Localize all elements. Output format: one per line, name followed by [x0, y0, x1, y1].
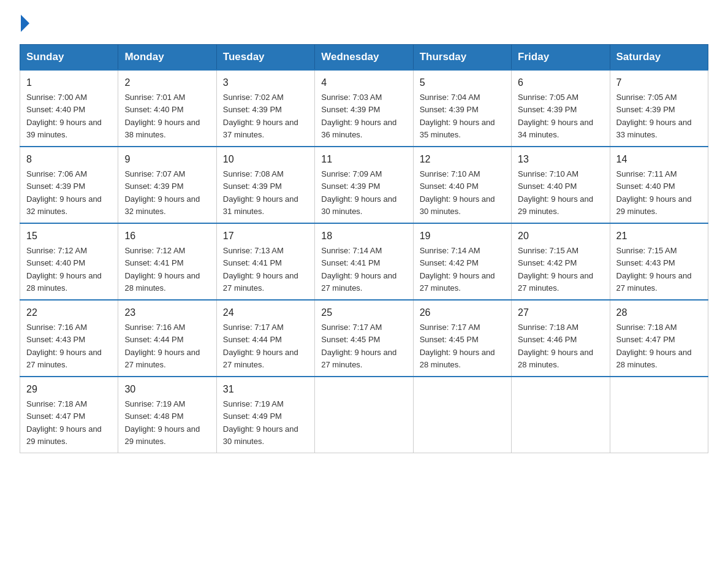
day-number: 29 — [26, 382, 112, 397]
day-info: Sunrise: 7:17 AMSunset: 4:45 PMDaylight:… — [321, 323, 396, 369]
day-info: Sunrise: 7:03 AMSunset: 4:39 PMDaylight:… — [321, 93, 396, 139]
calendar-cell: 16Sunrise: 7:12 AMSunset: 4:41 PMDayligh… — [118, 223, 216, 300]
calendar-week-2: 8Sunrise: 7:06 AMSunset: 4:39 PMDaylight… — [20, 147, 708, 223]
calendar-cell: 1Sunrise: 7:00 AMSunset: 4:40 PMDaylight… — [20, 70, 118, 147]
calendar-cell: 19Sunrise: 7:14 AMSunset: 4:42 PMDayligh… — [413, 223, 511, 300]
day-number: 6 — [518, 75, 603, 90]
calendar-cell: 3Sunrise: 7:02 AMSunset: 4:39 PMDaylight… — [216, 70, 314, 147]
day-number: 12 — [420, 152, 505, 167]
calendar-week-4: 22Sunrise: 7:16 AMSunset: 4:43 PMDayligh… — [20, 300, 708, 377]
day-info: Sunrise: 7:10 AMSunset: 4:40 PMDaylight:… — [420, 169, 495, 216]
weekday-header-thursday: Thursday — [413, 45, 511, 71]
day-number: 15 — [26, 229, 112, 243]
day-info: Sunrise: 7:17 AMSunset: 4:44 PMDaylight:… — [223, 323, 298, 369]
calendar-cell: 7Sunrise: 7:05 AMSunset: 4:39 PMDaylight… — [610, 70, 708, 147]
calendar-week-3: 15Sunrise: 7:12 AMSunset: 4:40 PMDayligh… — [20, 223, 708, 300]
day-number: 19 — [420, 229, 505, 243]
calendar-cell — [512, 377, 610, 453]
day-info: Sunrise: 7:00 AMSunset: 4:40 PMDaylight:… — [26, 93, 102, 139]
calendar-cell: 10Sunrise: 7:08 AMSunset: 4:39 PMDayligh… — [216, 147, 314, 223]
day-number: 30 — [124, 382, 210, 397]
calendar-week-1: 1Sunrise: 7:00 AMSunset: 4:40 PMDaylight… — [20, 70, 708, 147]
day-info: Sunrise: 7:14 AMSunset: 4:42 PMDaylight:… — [420, 246, 495, 293]
day-info: Sunrise: 7:16 AMSunset: 4:44 PMDaylight:… — [124, 323, 200, 369]
weekday-header-tuesday: Tuesday — [216, 45, 314, 71]
calendar-cell: 11Sunrise: 7:09 AMSunset: 4:39 PMDayligh… — [315, 147, 413, 223]
calendar-cell: 14Sunrise: 7:11 AMSunset: 4:40 PMDayligh… — [610, 147, 708, 223]
day-info: Sunrise: 7:12 AMSunset: 4:41 PMDaylight:… — [124, 246, 200, 293]
day-number: 25 — [321, 305, 406, 320]
calendar-cell: 23Sunrise: 7:16 AMSunset: 4:44 PMDayligh… — [118, 300, 216, 377]
day-number: 18 — [321, 229, 406, 243]
day-info: Sunrise: 7:04 AMSunset: 4:39 PMDaylight:… — [420, 93, 495, 139]
day-number: 27 — [518, 305, 603, 320]
day-info: Sunrise: 7:15 AMSunset: 4:42 PMDaylight:… — [518, 246, 593, 293]
day-info: Sunrise: 7:01 AMSunset: 4:40 PMDaylight:… — [124, 93, 200, 139]
day-info: Sunrise: 7:06 AMSunset: 4:39 PMDaylight:… — [26, 169, 102, 216]
calendar-cell: 30Sunrise: 7:19 AMSunset: 4:48 PMDayligh… — [118, 377, 216, 453]
day-info: Sunrise: 7:09 AMSunset: 4:39 PMDaylight:… — [321, 169, 396, 216]
day-number: 11 — [321, 152, 406, 167]
weekday-header-monday: Monday — [118, 45, 216, 71]
calendar-cell: 20Sunrise: 7:15 AMSunset: 4:42 PMDayligh… — [512, 223, 610, 300]
calendar-cell: 9Sunrise: 7:07 AMSunset: 4:39 PMDaylight… — [118, 147, 216, 223]
calendar-cell — [413, 377, 511, 453]
day-info: Sunrise: 7:10 AMSunset: 4:40 PMDaylight:… — [518, 169, 593, 216]
calendar-cell: 24Sunrise: 7:17 AMSunset: 4:44 PMDayligh… — [216, 300, 314, 377]
day-info: Sunrise: 7:18 AMSunset: 4:46 PMDaylight:… — [518, 323, 593, 369]
day-info: Sunrise: 7:15 AMSunset: 4:43 PMDaylight:… — [616, 246, 692, 293]
calendar-cell: 8Sunrise: 7:06 AMSunset: 4:39 PMDaylight… — [20, 147, 118, 223]
day-number: 21 — [616, 229, 702, 243]
day-info: Sunrise: 7:18 AMSunset: 4:47 PMDaylight:… — [616, 323, 692, 369]
day-number: 7 — [616, 75, 702, 90]
day-number: 8 — [26, 152, 112, 167]
calendar-cell: 28Sunrise: 7:18 AMSunset: 4:47 PMDayligh… — [610, 300, 708, 377]
logo-triangle-icon — [21, 15, 29, 32]
day-info: Sunrise: 7:17 AMSunset: 4:45 PMDaylight:… — [420, 323, 495, 369]
logo — [20, 15, 31, 32]
day-number: 24 — [223, 305, 308, 320]
calendar-cell: 15Sunrise: 7:12 AMSunset: 4:40 PMDayligh… — [20, 223, 118, 300]
day-info: Sunrise: 7:07 AMSunset: 4:39 PMDaylight:… — [124, 169, 200, 216]
day-number: 26 — [420, 305, 505, 320]
calendar-cell: 31Sunrise: 7:19 AMSunset: 4:49 PMDayligh… — [216, 377, 314, 453]
calendar-cell: 18Sunrise: 7:14 AMSunset: 4:41 PMDayligh… — [315, 223, 413, 300]
calendar-cell: 29Sunrise: 7:18 AMSunset: 4:47 PMDayligh… — [20, 377, 118, 453]
calendar-cell: 4Sunrise: 7:03 AMSunset: 4:39 PMDaylight… — [315, 70, 413, 147]
calendar-week-5: 29Sunrise: 7:18 AMSunset: 4:47 PMDayligh… — [20, 377, 708, 453]
day-info: Sunrise: 7:12 AMSunset: 4:40 PMDaylight:… — [26, 246, 102, 293]
day-info: Sunrise: 7:13 AMSunset: 4:41 PMDaylight:… — [223, 246, 298, 293]
day-info: Sunrise: 7:18 AMSunset: 4:47 PMDaylight:… — [26, 399, 102, 446]
day-number: 5 — [420, 75, 505, 90]
day-number: 28 — [616, 305, 702, 320]
weekday-header-saturday: Saturday — [610, 45, 708, 71]
day-number: 9 — [124, 152, 210, 167]
day-number: 23 — [124, 305, 210, 320]
day-info: Sunrise: 7:08 AMSunset: 4:39 PMDaylight:… — [223, 169, 298, 216]
day-info: Sunrise: 7:19 AMSunset: 4:49 PMDaylight:… — [223, 399, 298, 446]
weekday-header-sunday: Sunday — [20, 45, 118, 71]
day-number: 4 — [321, 75, 406, 90]
calendar-cell: 6Sunrise: 7:05 AMSunset: 4:39 PMDaylight… — [512, 70, 610, 147]
calendar-cell: 21Sunrise: 7:15 AMSunset: 4:43 PMDayligh… — [610, 223, 708, 300]
day-number: 17 — [223, 229, 308, 243]
day-number: 3 — [223, 75, 308, 90]
day-number: 10 — [223, 152, 308, 167]
weekday-header-row: SundayMondayTuesdayWednesdayThursdayFrid… — [20, 45, 708, 71]
calendar-cell: 12Sunrise: 7:10 AMSunset: 4:40 PMDayligh… — [413, 147, 511, 223]
calendar-cell: 25Sunrise: 7:17 AMSunset: 4:45 PMDayligh… — [315, 300, 413, 377]
calendar-cell: 26Sunrise: 7:17 AMSunset: 4:45 PMDayligh… — [413, 300, 511, 377]
weekday-header-wednesday: Wednesday — [315, 45, 413, 71]
day-number: 13 — [518, 152, 603, 167]
day-info: Sunrise: 7:11 AMSunset: 4:40 PMDaylight:… — [616, 169, 692, 216]
calendar-cell: 13Sunrise: 7:10 AMSunset: 4:40 PMDayligh… — [512, 147, 610, 223]
day-info: Sunrise: 7:14 AMSunset: 4:41 PMDaylight:… — [321, 246, 396, 293]
calendar-cell — [315, 377, 413, 453]
day-number: 1 — [26, 75, 112, 90]
day-number: 22 — [26, 305, 112, 320]
calendar-cell — [610, 377, 708, 453]
calendar-cell: 5Sunrise: 7:04 AMSunset: 4:39 PMDaylight… — [413, 70, 511, 147]
page-header — [20, 15, 708, 32]
day-info: Sunrise: 7:05 AMSunset: 4:39 PMDaylight:… — [518, 93, 593, 139]
calendar-cell: 27Sunrise: 7:18 AMSunset: 4:46 PMDayligh… — [512, 300, 610, 377]
